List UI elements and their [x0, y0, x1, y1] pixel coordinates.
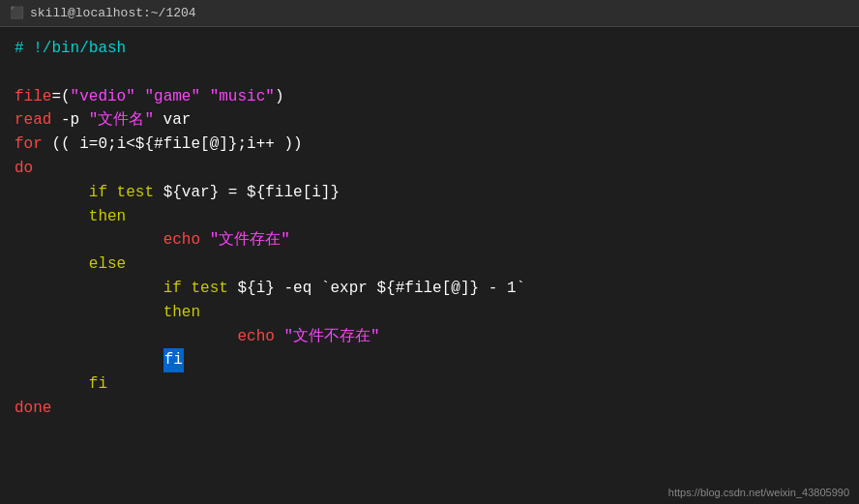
- terminal-icon: ⬛: [10, 6, 24, 20]
- line-then2: then: [15, 301, 844, 325]
- line-read: read -p "文件名" var: [15, 108, 844, 133]
- line-echo2: echo "文件不存在": [15, 325, 844, 349]
- line-shebang: # !/bin/bash: [15, 37, 844, 61]
- title-text: skill@localhost:~/1204: [30, 6, 196, 20]
- line-if-test1: if test ${var} = ${file[i]}: [15, 181, 844, 205]
- line-do: do: [15, 157, 844, 181]
- line-if-test2: if test ${i} -eq `expr ${#file[@]} - 1`: [15, 277, 844, 301]
- line-for: for (( i=0;i<${#file[@]};i++ )): [15, 133, 844, 157]
- line-fi-outer: fi: [15, 372, 844, 397]
- title-bar: ⬛ skill@localhost:~/1204: [0, 0, 859, 27]
- line-else: else: [15, 252, 844, 277]
- line-fi-inner: fi: [15, 348, 844, 372]
- watermark: https://blog.csdn.net/weixin_43805990: [668, 487, 849, 498]
- fi-highlight: fi: [163, 348, 184, 372]
- line-file-assign: file=("vedio" "game" "music"): [15, 85, 844, 109]
- code-area: # !/bin/bash file=("vedio" "game" "music…: [0, 27, 859, 430]
- line-echo1: echo "文件存在": [15, 228, 844, 252]
- line-blank: [15, 61, 844, 85]
- line-done: done: [15, 397, 844, 421]
- line-then1: then: [15, 205, 844, 229]
